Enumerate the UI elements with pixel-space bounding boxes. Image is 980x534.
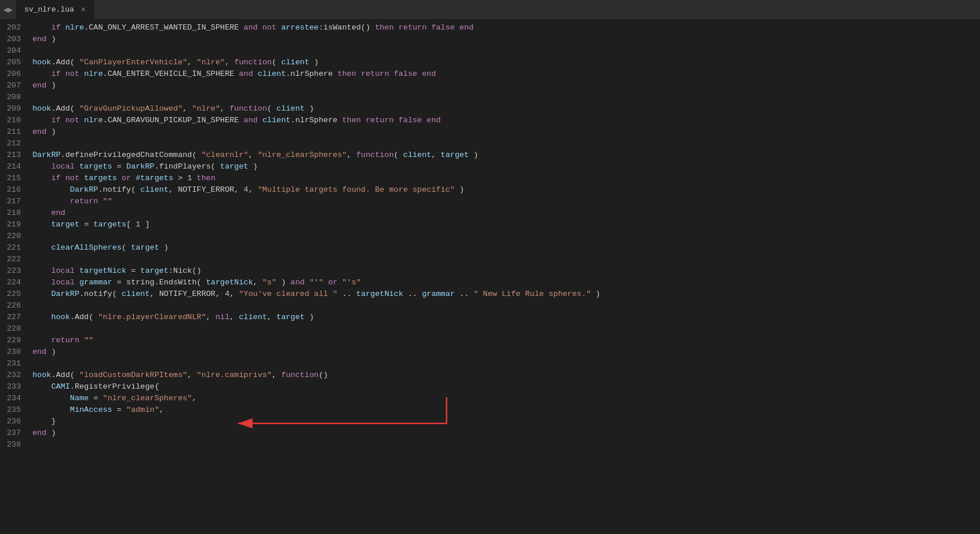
- code-line: end ): [32, 427, 980, 439]
- code-line: [32, 439, 980, 451]
- token: then return false end: [338, 68, 436, 80]
- token: ): [474, 149, 478, 161]
- line-number: 204: [0, 45, 21, 57]
- line-number: 216: [0, 184, 21, 196]
- line-number: 214: [0, 161, 21, 173]
- code-line: [32, 45, 980, 57]
- token: ): [51, 126, 56, 138]
- token: #targets: [136, 173, 178, 184]
- code-line: DarkRP.notify( client, NOTIFY_ERROR, 4, …: [32, 288, 980, 300]
- token: DarkRP: [126, 161, 155, 173]
- tab-label: sv_nlre.lua: [24, 5, 74, 14]
- token: "clearnlr": [202, 149, 248, 161]
- token: "s": [262, 277, 281, 288]
- file-tab[interactable]: sv_nlre.lua ×: [16, 0, 94, 20]
- token: :Nick(): [169, 265, 202, 277]
- code-line: return "": [32, 196, 980, 207]
- token: 4: [244, 184, 248, 196]
- token: "": [103, 196, 112, 207]
- token: "nlre_clearSpheres": [103, 393, 192, 404]
- token: , NOTIFY_ERROR,: [169, 184, 244, 196]
- token: if not: [32, 68, 84, 80]
- token: client: [239, 312, 267, 323]
- token: ): [51, 34, 56, 45]
- code-wrapper: if nlre.CAN_ONLY_ARREST_WANTED_IN_SPHERE…: [27, 20, 980, 534]
- code-line: [32, 358, 980, 370]
- token: .nlrSphere: [291, 115, 342, 126]
- line-number: 225: [0, 288, 21, 300]
- token: "Multiple targets found. Be more specifi…: [258, 184, 459, 196]
- token: 4: [225, 288, 229, 300]
- line-number: 232: [0, 370, 21, 381]
- token: .definePrivilegedChatCommand(: [61, 149, 202, 161]
- token: (: [267, 103, 276, 115]
- token: ,: [187, 57, 196, 68]
- token: ,: [229, 288, 239, 300]
- code-line: Name = "nlre_clearSpheres",: [32, 393, 980, 404]
- code-content: if nlre.CAN_ONLY_ARREST_WANTED_IN_SPHERE…: [27, 20, 980, 453]
- token: and: [239, 68, 257, 80]
- token: ): [51, 80, 56, 92]
- token: hook: [32, 103, 51, 115]
- line-number: 205: [0, 57, 21, 68]
- token: 1: [136, 219, 145, 231]
- token: or: [122, 173, 136, 184]
- token: "'": [309, 277, 328, 288]
- token: target: [276, 312, 309, 323]
- code-line: if not nlre.CAN_ENTER_VEHICLE_IN_SPHERE …: [32, 68, 980, 80]
- close-icon[interactable]: ×: [79, 5, 88, 14]
- token: .Add(: [51, 103, 79, 115]
- token: " New Life Rule spheres.": [474, 288, 596, 300]
- token: then return false end: [342, 115, 441, 126]
- token: target: [441, 149, 474, 161]
- code-line: CAMI.RegisterPrivilege{: [32, 381, 980, 393]
- token: ,: [229, 312, 239, 323]
- code-line: local grammar = string.EndsWith( targetN…: [32, 277, 980, 288]
- token: ,: [272, 370, 281, 381]
- token: ): [459, 184, 464, 196]
- code-line: hook.Add( "loadCustomDarkRPItems", "nlre…: [32, 370, 980, 381]
- code-line: [32, 231, 980, 242]
- token: ): [51, 427, 56, 439]
- token: .notify(: [98, 184, 140, 196]
- token: ,: [159, 404, 164, 416]
- code-line: MinAccess = "admin",: [32, 404, 980, 416]
- token: 1: [187, 173, 196, 184]
- token: ,: [192, 393, 196, 404]
- token: client: [258, 68, 286, 80]
- token: (: [272, 57, 281, 68]
- token: end: [32, 126, 51, 138]
- token: clearAllSpheres: [32, 242, 122, 254]
- token: =: [117, 404, 126, 416]
- token: "nlre.playerClearedNLR": [98, 312, 206, 323]
- token: arrestee: [281, 22, 319, 34]
- line-number: 228: [0, 323, 21, 335]
- token: targets: [79, 161, 117, 173]
- line-number: 206: [0, 68, 21, 80]
- token: =: [84, 219, 93, 231]
- code-line: [32, 92, 980, 103]
- line-number: 223: [0, 265, 21, 277]
- token: ): [164, 242, 169, 254]
- token: ,: [248, 149, 258, 161]
- token: and: [244, 115, 262, 126]
- line-number: 212: [0, 138, 21, 149]
- token: "nlre": [192, 103, 220, 115]
- token: DarkRP: [32, 149, 61, 161]
- code-line: local targets = DarkRP.findPlayers( targ…: [32, 161, 980, 173]
- token: function: [234, 57, 272, 68]
- token: "admin": [126, 404, 159, 416]
- code-line: if nlre.CAN_ONLY_ARREST_WANTED_IN_SPHERE…: [32, 22, 980, 34]
- token: ,: [206, 312, 215, 323]
- tab-nav-button[interactable]: ◀▶: [0, 0, 16, 20]
- token: or: [328, 277, 342, 288]
- token: ,: [220, 103, 229, 115]
- token: ): [309, 103, 314, 115]
- line-number: 237: [0, 427, 21, 439]
- line-number: 219: [0, 219, 21, 231]
- line-number: 207: [0, 80, 21, 92]
- token: end: [32, 346, 51, 358]
- token: ]: [145, 219, 149, 231]
- code-line: [32, 138, 980, 149]
- code-line: DarkRP.definePrivilegedChatCommand( "cle…: [32, 149, 980, 161]
